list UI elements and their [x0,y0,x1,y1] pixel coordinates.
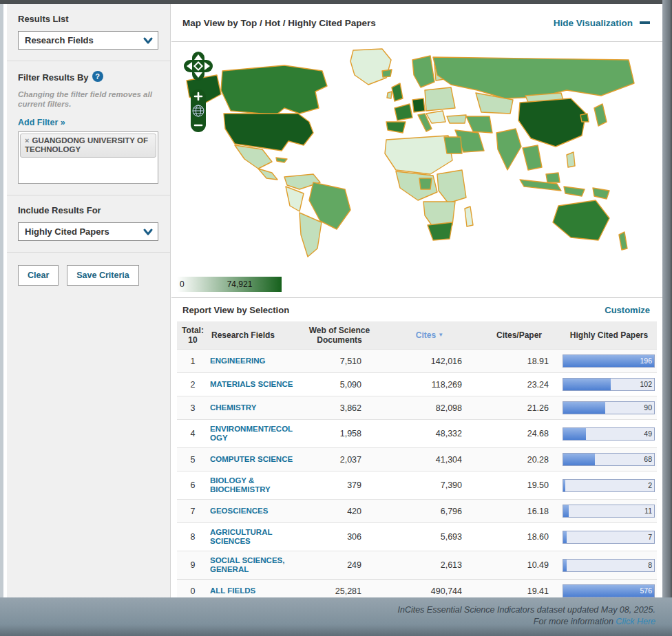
include-results-dropdown[interactable]: Highly Cited Papers [18,222,158,241]
report-view-title: Report View by Selection [182,305,289,315]
table-row: 3CHEMISTRY3,86282,09821.2690 [177,396,657,420]
results-list-section: Results List Research Fields [7,4,170,61]
cites-paper-cell: 23.24 [477,373,561,396]
hcp-bar-cell: 8 [561,551,657,580]
include-results-dropdown-value: Highly Cited Papers [25,226,109,237]
rank-cell: 4 [177,420,209,448]
field-link[interactable]: ENGINEERING [210,357,266,365]
col-cites-sorted[interactable]: Cites▼ [382,321,477,350]
add-filter-link[interactable]: Add Filter » [18,118,65,127]
field-link[interactable]: GEOSCIENCES [210,507,268,515]
zoom-control[interactable] [190,89,207,133]
hcp-bar-value: 196 [640,355,652,367]
col-wos-documents[interactable]: Web of Science Documents [297,321,382,350]
hcp-bar-value: 2 [648,480,652,491]
field-link[interactable]: COMPUTER SCIENCE [210,455,293,463]
field-link[interactable]: AGRICULTURAL SCIENCES [210,528,272,545]
page-footer: InCites Essential Science Indicators dat… [0,597,672,636]
field-link[interactable]: BIOLOGY & BIOCHEMISTRY [210,476,271,494]
customize-link[interactable]: Customize [605,305,650,315]
total-label: Total: [178,326,207,335]
map-controls [182,50,214,136]
table-row: 7GEOSCIENCES4206,79616.1811 [177,500,657,523]
hcp-bar-track: 68 [563,453,655,466]
field-link[interactable]: MATERIALS SCIENCE [210,380,293,388]
content-area: Results List Research Fields Filter Resu… [3,4,662,597]
rank-cell: 2 [177,373,209,396]
hcp-bar-value: 90 [644,402,652,414]
cites-cell: 48,332 [382,420,477,448]
cites-cell: 5,693 [382,523,477,551]
rank-cell: 3 [177,396,209,420]
hcp-bar-track: 2 [563,479,655,492]
save-criteria-button[interactable]: Save Criteria [67,265,138,286]
table-row: 8AGRICULTURAL SCIENCES3065,69318.607 [177,523,657,551]
click-here-link[interactable]: Click Here [616,617,655,626]
hide-visualization-link[interactable]: Hide Visualization [554,18,650,28]
field-cell: GEOSCIENCES [209,500,297,523]
rank-cell: 7 [177,500,209,523]
hcp-bar-cell: 49 [561,420,657,448]
pan-control[interactable] [182,50,214,82]
table-row: 5COMPUTER SCIENCE2,03741,30420.2868 [177,448,657,471]
field-cell: CHEMISTRY [209,396,297,420]
cites-cell: 41,304 [382,448,477,471]
hcp-bar-cell: 90 [561,396,657,420]
cites-paper-cell: 18.60 [477,523,561,551]
col-research-fields[interactable]: Research Fields [209,321,297,350]
world-map[interactable] [181,45,649,265]
page: Results List Research Fields Filter Resu… [0,0,672,636]
hcp-bar-cell: 11 [561,500,657,523]
map-legend: 0 74,921 [177,277,282,292]
hcp-bar-cell: 102 [561,373,657,396]
field-cell: MATERIALS SCIENCE [209,373,297,396]
table-row: 2MATERIALS SCIENCE5,090118,26923.24102 [177,373,657,396]
chevron-down-icon [143,35,154,46]
hcp-bar-fill [563,454,595,465]
cites-paper-cell: 16.18 [477,500,561,523]
hcp-bar-track: 49 [563,427,655,441]
field-link[interactable]: SOCIAL SCIENCES, GENERAL [210,556,284,573]
hcp-bar-cell: 7 [561,523,657,551]
col-highly-cited[interactable]: Highly Cited Papers [561,321,657,350]
hcp-bar-track: 90 [563,401,655,414]
filter-tag[interactable]: ×GUANGDONG UNIVERSITY OF TECHNOLOGY [20,134,156,158]
hcp-bar-value: 8 [648,560,652,571]
table-row: 6BIOLOGY & BIOCHEMISTRY3797,39019.502 [177,471,657,500]
rank-cell: 8 [177,523,209,551]
filter-list-box: ×GUANGDONG UNIVERSITY OF TECHNOLOGY [18,131,158,184]
map-view-header: Map View by Top / Hot / Highly Cited Pap… [171,4,662,42]
total-count: 10 [178,335,207,345]
col-total: Total: 10 [177,321,209,350]
filter-heading-label: Filter Results By [18,72,89,83]
col-cites-paper[interactable]: Cites/Paper [477,321,561,350]
hcp-header-label: Highly Cited Papers [570,330,648,340]
report-table-header-row: Total: 10 Research Fields Web of Science… [177,321,657,350]
hcp-bar-fill [563,480,565,491]
results-list-dropdown[interactable]: Research Fields [18,31,158,50]
cites-paper-cell: 19.50 [477,471,561,500]
more-information-text: For more information [534,617,613,626]
hcp-bar-value: 68 [644,454,652,465]
remove-filter-icon[interactable]: × [25,136,29,145]
rank-cell: 5 [177,448,209,471]
field-link[interactable]: ALL FIELDS [210,586,255,595]
help-icon[interactable]: ? [92,71,103,82]
country-regions[interactable] [187,49,634,257]
wos-header-label: Web of Science Documents [309,326,370,345]
filter-note: Changing the filter field removes all cu… [18,89,159,109]
report-view-header: Report View by Selection Customize [171,298,662,321]
include-results-section: Include Results For Highly Cited Papers [7,195,170,253]
field-link[interactable]: CHEMISTRY [210,403,256,412]
wos-documents-cell: 420 [297,500,382,523]
hcp-bar-fill [563,428,586,440]
filter-tag-label: GUANGDONG UNIVERSITY OF TECHNOLOGY [25,136,148,153]
hcp-bar-value: 576 [640,585,652,597]
field-cell: BIOLOGY & BIOCHEMISTRY [209,471,297,500]
main-panel: Map View by Top / Hot / Highly Cited Pap… [171,4,662,597]
field-link[interactable]: ENVIRONMENT/ECOLOGY [210,425,293,442]
cites-paper-cell: 24.68 [477,420,561,448]
clear-button[interactable]: Clear [18,265,59,286]
wos-documents-cell: 7,510 [297,350,382,373]
results-list-dropdown-value: Research Fields [25,35,94,45]
